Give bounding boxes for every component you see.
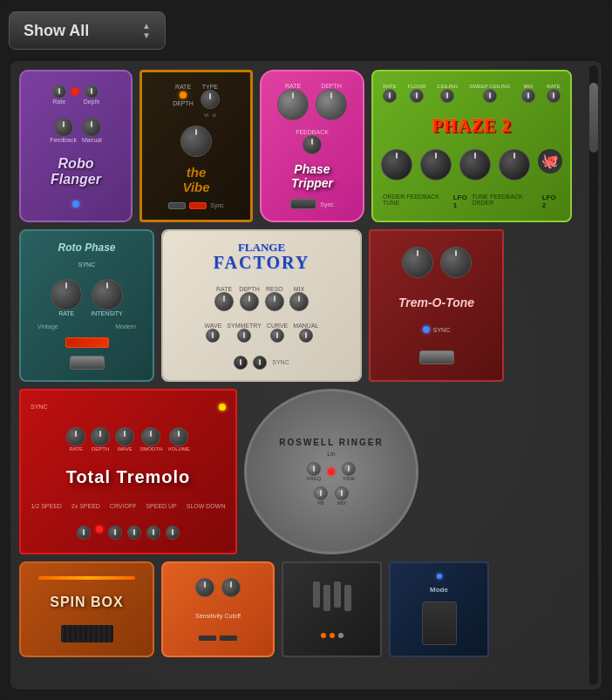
roswell-ringer-pedal[interactable]: ROSWELL RINGER Lin FREQ FINE — [244, 389, 418, 554]
switch-on[interactable] — [189, 202, 207, 209]
speed-indicator — [38, 576, 135, 580]
reso-knob-ff[interactable] — [265, 292, 284, 311]
freq-label-rr: FREQ — [307, 476, 322, 481]
knob-p2-d[interactable] — [499, 149, 530, 180]
scrollbar-thumb[interactable] — [589, 83, 598, 153]
trem-o-tone-pedal[interactable]: Trem-O-Tone SYNC — [369, 229, 504, 382]
wave-label-ff: WAVE — [205, 323, 222, 329]
rate-knob-p2[interactable] — [383, 89, 397, 103]
sym-knob-ff[interactable] — [237, 329, 251, 343]
switch-off[interactable] — [168, 202, 186, 209]
depth-knob-tot[interactable] — [440, 247, 472, 278]
intensity-knob-rp[interactable] — [92, 279, 123, 310]
depth-knob-tt[interactable] — [91, 427, 110, 446]
mix-knob-p2[interactable] — [521, 89, 535, 103]
sync-label-rp: SYNC — [78, 262, 95, 268]
led-w-3 — [338, 633, 343, 638]
knob-p2-c[interactable] — [459, 149, 491, 180]
volume-knob-tt[interactable] — [169, 427, 188, 446]
the-vibe-pedal[interactable]: RATE DEPTH TYPE Vi vl — [139, 70, 253, 222]
manual-knob-ff[interactable] — [299, 329, 313, 343]
high-knob-ff[interactable] — [253, 356, 267, 370]
sensitivity-label: Sensitivity Cutoff — [195, 613, 241, 619]
wave-knob-tt[interactable] — [115, 427, 134, 446]
mix-knob-ff[interactable] — [289, 292, 309, 311]
led-blue — [72, 200, 79, 207]
manual-knob[interactable] — [82, 118, 101, 137]
depth-knob-pt[interactable] — [316, 89, 347, 120]
trem-o-tone-label: Trem-O-Tone — [398, 296, 474, 309]
sensitivity-knob[interactable] — [195, 578, 214, 597]
flange-factory-pedal[interactable]: FLANGE FACTORY RATE DEPTH — [161, 229, 362, 382]
mix-knob-rr[interactable] — [335, 486, 349, 500]
w-pedal-pedal[interactable] — [282, 561, 382, 657]
footswitch-pt[interactable] — [290, 199, 316, 209]
spin-box-pedal[interactable]: SPIN BOX — [19, 561, 154, 657]
spin-box-label: SPIN BOX — [50, 595, 123, 610]
knob-tt-e[interactable] — [166, 526, 180, 540]
type-knob-vibe[interactable] — [201, 90, 220, 109]
creature-icon: 🐙 — [538, 149, 562, 173]
knob-tt-c[interactable] — [127, 526, 141, 540]
total-tremolo-pedal[interactable]: SYNC RATE DEPTH — [19, 389, 237, 554]
ceiling-knob-p2[interactable] — [440, 89, 454, 103]
rate-knob-ff[interactable] — [214, 292, 234, 311]
curve-knob-ff[interactable] — [270, 329, 284, 343]
rate2-knob-p2[interactable] — [547, 89, 561, 103]
sweep-knob-p2[interactable] — [483, 89, 497, 103]
lin-label-rr: Lin — [327, 451, 335, 457]
switch-s1[interactable] — [199, 635, 216, 641]
phase-tripper-pedal[interactable]: RATE DEPTH FEEDBACK Phase — [260, 70, 364, 222]
knob-tt-b[interactable] — [108, 526, 122, 540]
feedback-knob[interactable] — [54, 118, 73, 137]
rate-knob-tot[interactable] — [402, 247, 433, 278]
roto-phase-pedal[interactable]: Roto Phase SYNC RATE INTENSITY — [19, 229, 154, 382]
scrollbar-area — [586, 61, 602, 690]
switch-s2[interactable] — [220, 635, 237, 641]
feedback-knob-pt[interactable] — [303, 135, 322, 154]
pedal-row-3: SYNC RATE DEPTH — [19, 389, 577, 554]
sensitivity-pedal[interactable]: Sensitivity Cutoff — [161, 561, 275, 657]
floor-knob-p2[interactable] — [410, 89, 424, 103]
fine-knob-rr[interactable] — [342, 462, 356, 476]
cutoff-knob[interactable] — [221, 578, 241, 597]
phaze2-pedal[interactable]: RATE FLOOR CEILING — [371, 70, 572, 222]
rate-label-pt: RATE — [285, 83, 301, 89]
mode-pedal-pedal[interactable]: Mode — [389, 561, 489, 657]
robo-flanger-pedal[interactable]: Rate Depth Feedback — [19, 70, 133, 222]
depth-knob-ff[interactable] — [240, 292, 259, 311]
rate-knob-rp[interactable] — [51, 279, 82, 310]
footswitch-tot[interactable] — [419, 350, 454, 364]
intensity-label-rp: INTENSITY — [91, 310, 123, 316]
led-mode — [437, 574, 442, 579]
low-knob-ff[interactable] — [234, 356, 248, 370]
rate-label-tt: RATE — [69, 446, 83, 452]
knob-tt-a[interactable] — [77, 526, 91, 540]
led-w-1 — [321, 633, 326, 638]
smooth-knob-tt[interactable] — [141, 427, 160, 446]
mix-label-ff: MIX — [294, 286, 304, 292]
mode-switch-rp[interactable] — [65, 337, 109, 348]
sync-label-tt: SYNC — [31, 404, 47, 411]
vintage-modern-labels: Vintage Modern — [37, 323, 136, 330]
ceiling-label-p2: CEILING — [437, 84, 458, 89]
knob-tt-d[interactable] — [146, 526, 160, 540]
footswitch-rp[interactable] — [70, 356, 105, 370]
wave-knob-ff[interactable] — [206, 329, 220, 343]
phase-tripper-label: PhaseTripper — [291, 162, 333, 190]
vl-label: vl — [212, 112, 215, 118]
rate-knob-tt[interactable] — [66, 427, 85, 446]
mode-display — [422, 601, 457, 645]
robo-flanger-label: RoboFlanger — [51, 156, 101, 187]
depth-knob[interactable] — [85, 85, 99, 99]
knob-p2-a[interactable] — [381, 149, 412, 180]
fb-knob-rr[interactable] — [314, 486, 328, 500]
type-label-vibe: TYPE — [202, 84, 218, 90]
rate-knob[interactable] — [52, 85, 66, 99]
main-knob-vibe[interactable] — [180, 126, 212, 157]
rate-knob-pt[interactable] — [277, 89, 309, 120]
freq-knob-rr[interactable] — [307, 462, 321, 476]
knob-p2-b[interactable] — [420, 149, 452, 180]
show-all-dropdown[interactable]: Show All ▲▼ — [9, 11, 166, 50]
crv-label-tt: CRV/OFF — [110, 503, 137, 509]
